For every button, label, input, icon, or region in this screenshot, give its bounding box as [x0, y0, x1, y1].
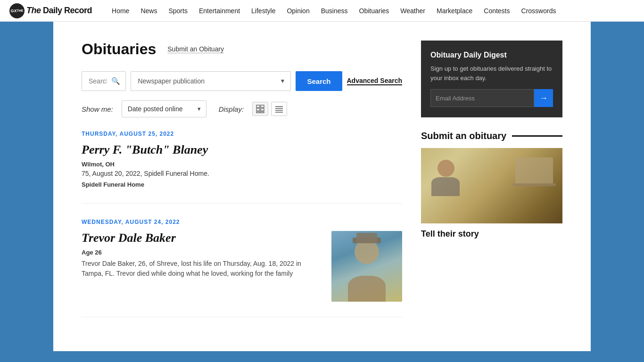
- photo-bg: [331, 231, 402, 302]
- svg-rect-2: [256, 108, 260, 111]
- sidebar-column: Obituary Daily Digest Sign up to get obi…: [421, 41, 562, 332]
- obit-location-1: Wilmot, OH: [82, 161, 402, 168]
- submit-obituary-section: Submit an obituary Tell their story: [421, 131, 562, 239]
- nav-business[interactable]: Business: [315, 0, 354, 22]
- nav-entertainment[interactable]: Entertainment: [193, 0, 246, 22]
- email-submit-button[interactable]: →: [534, 89, 553, 107]
- obit-info-1: 75, August 20, 2022, Spidell Funeral Hom…: [82, 170, 402, 177]
- date-header-1: Thursday, August 25, 2022: [82, 131, 402, 137]
- search-name-wrap: 🔍: [82, 71, 126, 91]
- display-label: Display:: [219, 105, 244, 113]
- filter-row: Show me: Date posted online ▼ Display:: [82, 100, 402, 117]
- photo-hat-crown: [356, 233, 377, 243]
- obit-source-1: Spidell Funeral Home: [82, 181, 402, 188]
- person-head: [438, 160, 454, 177]
- obit-entry-with-photo: Trevor Dale Baker Age 26 Trevor Dale Bak…: [82, 231, 402, 302]
- date-header-2: Wednesday, August 24, 2022: [82, 219, 402, 225]
- nav-weather[interactable]: Weather: [395, 0, 431, 22]
- obit-entry-2: Wednesday, August 24, 2022 Trevor Dale B…: [82, 219, 402, 317]
- main-column: Obituaries Submit an Obituary 🔍 Newspape…: [82, 41, 402, 332]
- digest-desc: Sign up to get obituaries delivered stra…: [430, 64, 553, 82]
- tell-story-label: Tell their story: [421, 229, 562, 239]
- search-row: 🔍 Newspaper publication ▼ Search Advance…: [82, 71, 402, 91]
- nav-obituaries[interactable]: Obituaries: [354, 0, 395, 22]
- list-icon: [275, 105, 283, 113]
- digest-title: Obituary Daily Digest: [430, 51, 553, 59]
- nav-opinion[interactable]: Opinion: [281, 0, 315, 22]
- search-name-input[interactable]: [82, 71, 126, 91]
- submit-image: [421, 148, 562, 223]
- nav-home[interactable]: Home: [106, 0, 135, 22]
- display-list-button[interactable]: [271, 102, 287, 116]
- display-icons: [252, 102, 287, 116]
- nav-contests[interactable]: Contests: [478, 0, 515, 22]
- nav-links: Home News Sports Entertainment Lifestyle…: [106, 0, 561, 22]
- obit-name-1[interactable]: Perry F. "Butch" Blaney: [82, 143, 402, 157]
- logo-icon: GXTHE: [9, 3, 25, 18]
- show-me-select[interactable]: Date posted online: [122, 100, 206, 117]
- page-title: Obituaries: [82, 41, 156, 58]
- grid-icon: [256, 105, 264, 113]
- advanced-search-link[interactable]: Advanced Search: [347, 77, 403, 85]
- email-row: →: [430, 89, 553, 107]
- search-button[interactable]: Search: [296, 71, 342, 91]
- publication-select-wrap: Newspaper publication ▼: [131, 71, 291, 91]
- logo[interactable]: GXTHE The Daily Record: [9, 3, 92, 18]
- obit-entry-text-2: Trevor Dale Baker Age 26 Trevor Dale Bak…: [82, 231, 322, 302]
- site-name: The Daily Record: [26, 6, 92, 16]
- obit-entry-1: Thursday, August 25, 2022 Perry F. "Butc…: [82, 131, 402, 204]
- nav-marketplace[interactable]: Marketplace: [431, 0, 478, 22]
- submit-obituary-link[interactable]: Submit an Obituary: [167, 45, 224, 53]
- svg-rect-5: [261, 112, 264, 113]
- svg-rect-3: [261, 108, 264, 111]
- content-card: Obituaries Submit an Obituary 🔍 Newspape…: [53, 22, 591, 351]
- person-body: [431, 177, 460, 196]
- display-grid-button[interactable]: [252, 102, 268, 116]
- obit-age-2: Age 26: [82, 249, 322, 256]
- laptop-base: [512, 183, 556, 186]
- obit-desc-2: Trevor Dale Baker, 26, of Shreve, lost h…: [82, 259, 322, 279]
- obit-photo-2: [331, 231, 402, 302]
- nav-news[interactable]: News: [135, 0, 163, 22]
- svg-rect-0: [256, 105, 260, 107]
- obit-header: Obituaries Submit an Obituary: [82, 41, 402, 58]
- nav-sports[interactable]: Sports: [163, 0, 193, 22]
- nav-lifestyle[interactable]: Lifestyle: [246, 0, 281, 22]
- email-input[interactable]: [430, 89, 534, 107]
- nav-crosswords[interactable]: Crosswords: [516, 0, 562, 22]
- svg-rect-1: [261, 105, 264, 107]
- page-wrapper: Obituaries Submit an Obituary 🔍 Newspape…: [0, 22, 644, 351]
- show-me-label: Show me:: [82, 105, 113, 113]
- obit-name-2[interactable]: Trevor Dale Baker: [82, 231, 322, 245]
- svg-rect-4: [256, 112, 260, 113]
- digest-box: Obituary Daily Digest Sign up to get obi…: [421, 41, 562, 117]
- laptop-screen: [515, 157, 553, 183]
- publication-select[interactable]: Newspaper publication: [131, 71, 291, 91]
- navbar: GXTHE The Daily Record Home News Sports …: [0, 0, 644, 22]
- submit-obituary-title: Submit an obituary: [421, 131, 562, 141]
- show-me-select-wrap: Date posted online ▼: [122, 100, 206, 117]
- photo-body: [348, 276, 386, 302]
